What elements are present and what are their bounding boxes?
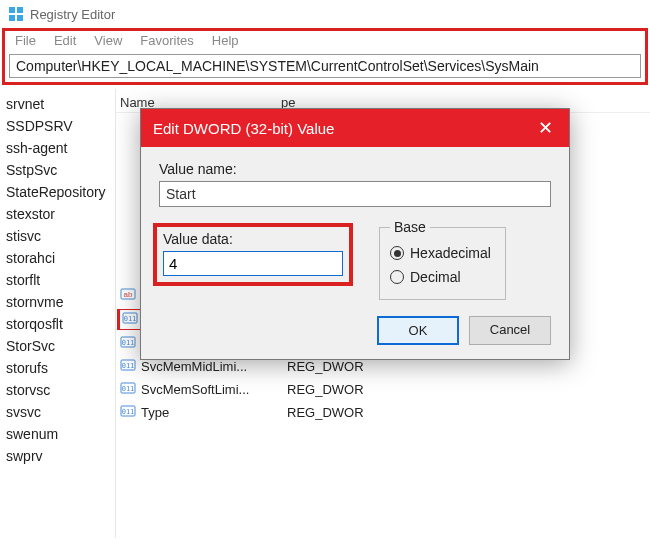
svg-rect-0 (9, 7, 15, 13)
window-titlebar: Registry Editor (0, 0, 650, 28)
value-data-highlight: Value data: (153, 223, 353, 286)
value-name-text: SvcMemMidLimi... (141, 359, 247, 374)
menu-edit[interactable]: Edit (52, 33, 78, 48)
dword-icon: 011 (120, 357, 136, 376)
radio-hex-input[interactable] (390, 246, 404, 260)
tree-item[interactable]: svsvc (6, 401, 109, 423)
svg-text:ab: ab (124, 290, 133, 299)
regedit-icon (8, 6, 24, 22)
value-name-cell: 011SvcMemSoftLimi... (116, 380, 281, 399)
menubar: File Edit View Favorites Help (2, 28, 648, 52)
svg-text:011: 011 (122, 385, 135, 393)
menu-help[interactable]: Help (210, 33, 241, 48)
string-icon: ab (120, 286, 136, 305)
value-row[interactable]: 011TypeREG_DWOR (116, 401, 650, 424)
radio-dec-input[interactable] (390, 270, 404, 284)
tree-item[interactable]: storufs (6, 357, 109, 379)
dword-icon: 011 (120, 403, 136, 422)
value-type-cell: REG_DWOR (287, 405, 377, 420)
value-name-field[interactable]: Start (159, 181, 551, 207)
value-type-cell: REG_DWOR (287, 359, 377, 374)
cancel-button[interactable]: Cancel (469, 316, 551, 345)
ok-button[interactable]: OK (377, 316, 459, 345)
value-row[interactable]: 011SvcMemSoftLimi...REG_DWOR (116, 378, 650, 401)
dword-icon: 011 (120, 334, 136, 353)
tree-item[interactable]: storflt (6, 269, 109, 291)
tree-item[interactable]: storahci (6, 247, 109, 269)
radio-hex-label: Hexadecimal (410, 245, 491, 261)
radio-hex[interactable]: Hexadecimal (390, 241, 491, 265)
menu-favorites[interactable]: Favorites (138, 33, 195, 48)
value-name-text: SvcMemSoftLimi... (141, 382, 249, 397)
tree-item[interactable]: StateRepository (6, 181, 109, 203)
tree-item[interactable]: storvsc (6, 379, 109, 401)
tree-item[interactable]: SstpSvc (6, 159, 109, 181)
tree-item[interactable]: storqosflt (6, 313, 109, 335)
base-group: Base Hexadecimal Decimal (379, 219, 506, 300)
tree-item[interactable]: srvnet (6, 93, 109, 115)
value-name-text: Type (141, 405, 169, 420)
tree-item[interactable]: swenum (6, 423, 109, 445)
tree-item[interactable]: stornvme (6, 291, 109, 313)
window-title: Registry Editor (30, 7, 115, 22)
tree-item[interactable]: stisvc (6, 225, 109, 247)
tree-item[interactable]: StorSvc (6, 335, 109, 357)
value-type-cell: REG_DWOR (287, 382, 377, 397)
menu-view[interactable]: View (92, 33, 124, 48)
address-bar[interactable]: Computer\HKEY_LOCAL_MACHINE\SYSTEM\Curre… (9, 54, 641, 78)
svg-rect-3 (17, 15, 23, 21)
svg-text:011: 011 (122, 408, 135, 416)
base-label: Base (390, 219, 430, 235)
addressbar-container: Computer\HKEY_LOCAL_MACHINE\SYSTEM\Curre… (2, 52, 648, 85)
radio-dec-label: Decimal (410, 269, 461, 285)
tree-item[interactable]: ssh-agent (6, 137, 109, 159)
svg-rect-2 (9, 15, 15, 21)
svg-text:011: 011 (124, 315, 137, 323)
value-data-label: Value data: (163, 231, 343, 247)
value-data-field[interactable] (163, 251, 343, 276)
tree-item[interactable]: stexstor (6, 203, 109, 225)
dialog-titlebar[interactable]: Edit DWORD (32-bit) Value ✕ (141, 109, 569, 147)
close-icon[interactable]: ✕ (534, 117, 557, 139)
svg-rect-1 (17, 7, 23, 13)
tree-pane[interactable]: srvnetSSDPSRVssh-agentSstpSvcStateReposi… (0, 89, 115, 538)
svg-text:011: 011 (122, 339, 135, 347)
value-name-cell: 011Type (116, 403, 281, 422)
svg-text:011: 011 (122, 362, 135, 370)
value-name-label: Value name: (159, 161, 551, 177)
tree-item[interactable]: SSDPSRV (6, 115, 109, 137)
edit-dword-dialog: Edit DWORD (32-bit) Value ✕ Value name: … (140, 108, 570, 360)
dword-icon: 011 (122, 310, 138, 329)
tree-item[interactable]: swprv (6, 445, 109, 467)
dword-icon: 011 (120, 380, 136, 399)
dialog-title: Edit DWORD (32-bit) Value (153, 120, 334, 137)
menu-file[interactable]: File (13, 33, 38, 48)
radio-dec[interactable]: Decimal (390, 265, 491, 289)
